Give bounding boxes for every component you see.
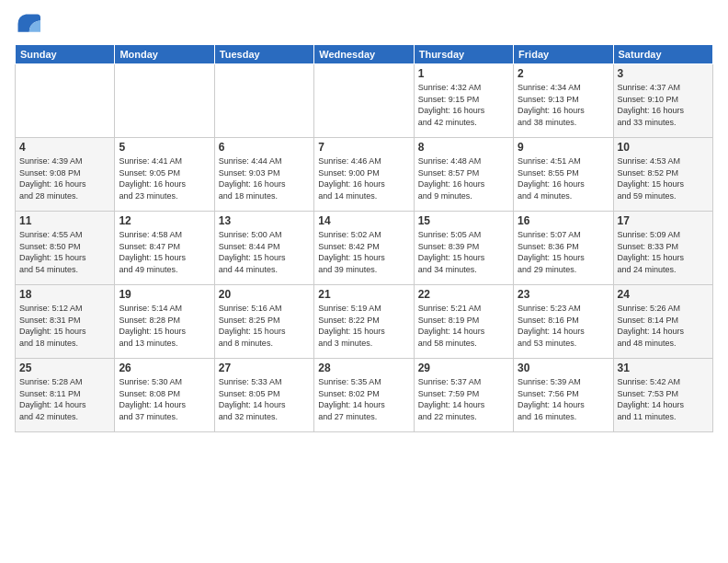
day-info: Sunrise: 5:21 AM Sunset: 8:19 PM Dayligh… — [418, 303, 509, 349]
calendar-cell: 1Sunrise: 4:32 AM Sunset: 9:15 PM Daylig… — [414, 64, 513, 138]
calendar-week-5: 25Sunrise: 5:28 AM Sunset: 8:11 PM Dayli… — [16, 359, 713, 432]
day-number: 20 — [219, 288, 310, 301]
calendar-cell: 26Sunrise: 5:30 AM Sunset: 8:08 PM Dayli… — [115, 359, 214, 432]
day-info: Sunrise: 5:12 AM Sunset: 8:31 PM Dayligh… — [19, 303, 110, 349]
day-number: 29 — [418, 362, 509, 374]
calendar-cell: 15Sunrise: 5:05 AM Sunset: 8:39 PM Dayli… — [414, 212, 513, 285]
day-number: 19 — [119, 288, 210, 301]
calendar-cell: 9Sunrise: 4:51 AM Sunset: 8:55 PM Daylig… — [514, 138, 613, 212]
day-number: 4 — [19, 141, 110, 154]
day-number: 3 — [618, 67, 709, 80]
calendar-cell: 17Sunrise: 5:09 AM Sunset: 8:33 PM Dayli… — [613, 212, 712, 285]
day-info: Sunrise: 4:32 AM Sunset: 9:15 PM Dayligh… — [418, 82, 509, 128]
calendar-cell: 7Sunrise: 4:46 AM Sunset: 9:00 PM Daylig… — [314, 138, 414, 212]
page: SundayMondayTuesdayWednesdayThursdayFrid… — [0, 0, 728, 563]
day-number: 6 — [219, 141, 310, 154]
calendar-cell: 24Sunrise: 5:26 AM Sunset: 8:14 PM Dayli… — [613, 285, 712, 359]
day-number: 15 — [418, 214, 509, 227]
day-info: Sunrise: 4:55 AM Sunset: 8:50 PM Dayligh… — [19, 229, 110, 275]
day-number: 1 — [418, 67, 509, 80]
calendar-cell: 21Sunrise: 5:19 AM Sunset: 8:22 PM Dayli… — [314, 285, 414, 359]
calendar-cell: 20Sunrise: 5:16 AM Sunset: 8:25 PM Dayli… — [214, 285, 313, 359]
calendar-cell: 30Sunrise: 5:39 AM Sunset: 7:56 PM Dayli… — [514, 359, 613, 432]
day-number: 17 — [618, 214, 709, 227]
day-info: Sunrise: 4:48 AM Sunset: 8:57 PM Dayligh… — [418, 155, 509, 201]
day-number: 16 — [518, 214, 609, 227]
day-number: 28 — [318, 362, 409, 374]
calendar-header-saturday: Saturday — [613, 45, 712, 64]
calendar-week-2: 4Sunrise: 4:39 AM Sunset: 9:08 PM Daylig… — [16, 138, 713, 212]
day-number: 24 — [618, 288, 709, 301]
day-info: Sunrise: 4:34 AM Sunset: 9:13 PM Dayligh… — [518, 82, 609, 128]
day-info: Sunrise: 5:19 AM Sunset: 8:22 PM Dayligh… — [318, 303, 409, 349]
day-number: 31 — [618, 362, 709, 374]
calendar-week-3: 11Sunrise: 4:55 AM Sunset: 8:50 PM Dayli… — [16, 212, 713, 285]
header — [15, 11, 713, 37]
day-number: 25 — [19, 362, 110, 374]
calendar-cell: 3Sunrise: 4:37 AM Sunset: 9:10 PM Daylig… — [613, 64, 712, 138]
day-number: 27 — [219, 362, 310, 374]
day-number: 12 — [119, 214, 210, 227]
day-number: 7 — [318, 141, 409, 154]
calendar-cell: 8Sunrise: 4:48 AM Sunset: 8:57 PM Daylig… — [414, 138, 513, 212]
calendar-cell: 19Sunrise: 5:14 AM Sunset: 8:28 PM Dayli… — [115, 285, 214, 359]
day-number: 2 — [518, 67, 609, 80]
calendar-cell: 5Sunrise: 4:41 AM Sunset: 9:05 PM Daylig… — [115, 138, 214, 212]
calendar-cell: 25Sunrise: 5:28 AM Sunset: 8:11 PM Dayli… — [16, 359, 115, 432]
calendar-cell: 23Sunrise: 5:23 AM Sunset: 8:16 PM Dayli… — [514, 285, 613, 359]
calendar-header-thursday: Thursday — [414, 45, 513, 64]
day-info: Sunrise: 4:51 AM Sunset: 8:55 PM Dayligh… — [518, 155, 609, 201]
calendar-cell: 6Sunrise: 4:44 AM Sunset: 9:03 PM Daylig… — [214, 138, 313, 212]
day-info: Sunrise: 5:00 AM Sunset: 8:44 PM Dayligh… — [219, 229, 310, 275]
day-number: 26 — [119, 362, 210, 374]
day-number: 23 — [518, 288, 609, 301]
calendar-header-monday: Monday — [115, 45, 214, 64]
day-number: 14 — [318, 214, 409, 227]
calendar-header-sunday: Sunday — [16, 45, 115, 64]
calendar-cell — [214, 64, 313, 138]
day-number: 18 — [19, 288, 110, 301]
calendar-cell: 28Sunrise: 5:35 AM Sunset: 8:02 PM Dayli… — [314, 359, 414, 432]
day-info: Sunrise: 5:33 AM Sunset: 8:05 PM Dayligh… — [219, 376, 310, 422]
calendar-cell — [16, 64, 115, 138]
calendar-cell: 11Sunrise: 4:55 AM Sunset: 8:50 PM Dayli… — [16, 212, 115, 285]
calendar-cell: 2Sunrise: 4:34 AM Sunset: 9:13 PM Daylig… — [514, 64, 613, 138]
day-info: Sunrise: 5:42 AM Sunset: 7:53 PM Dayligh… — [618, 376, 709, 422]
day-info: Sunrise: 5:35 AM Sunset: 8:02 PM Dayligh… — [318, 376, 409, 422]
day-info: Sunrise: 5:16 AM Sunset: 8:25 PM Dayligh… — [219, 303, 310, 349]
calendar-cell: 12Sunrise: 4:58 AM Sunset: 8:47 PM Dayli… — [115, 212, 214, 285]
day-number: 8 — [418, 141, 509, 154]
calendar-cell: 16Sunrise: 5:07 AM Sunset: 8:36 PM Dayli… — [514, 212, 613, 285]
day-info: Sunrise: 5:30 AM Sunset: 8:08 PM Dayligh… — [119, 376, 210, 422]
calendar-cell — [115, 64, 214, 138]
calendar-header-tuesday: Tuesday — [214, 45, 313, 64]
day-number: 13 — [219, 214, 310, 227]
day-info: Sunrise: 5:02 AM Sunset: 8:42 PM Dayligh… — [318, 229, 409, 275]
calendar-cell: 22Sunrise: 5:21 AM Sunset: 8:19 PM Dayli… — [414, 285, 513, 359]
calendar-cell: 10Sunrise: 4:53 AM Sunset: 8:52 PM Dayli… — [613, 138, 712, 212]
day-info: Sunrise: 5:05 AM Sunset: 8:39 PM Dayligh… — [418, 229, 509, 275]
day-number: 22 — [418, 288, 509, 301]
logo-icon — [15, 11, 40, 37]
day-number: 10 — [618, 141, 709, 154]
day-number: 9 — [518, 141, 609, 154]
calendar-cell: 31Sunrise: 5:42 AM Sunset: 7:53 PM Dayli… — [613, 359, 712, 432]
day-info: Sunrise: 5:28 AM Sunset: 8:11 PM Dayligh… — [19, 376, 110, 422]
calendar-cell: 18Sunrise: 5:12 AM Sunset: 8:31 PM Dayli… — [16, 285, 115, 359]
calendar-cell: 14Sunrise: 5:02 AM Sunset: 8:42 PM Dayli… — [314, 212, 414, 285]
day-info: Sunrise: 4:58 AM Sunset: 8:47 PM Dayligh… — [119, 229, 210, 275]
day-info: Sunrise: 5:26 AM Sunset: 8:14 PM Dayligh… — [618, 303, 709, 349]
calendar-header-wednesday: Wednesday — [314, 45, 414, 64]
day-info: Sunrise: 5:07 AM Sunset: 8:36 PM Dayligh… — [518, 229, 609, 275]
day-info: Sunrise: 5:37 AM Sunset: 7:59 PM Dayligh… — [418, 376, 509, 422]
day-info: Sunrise: 4:41 AM Sunset: 9:05 PM Dayligh… — [119, 155, 210, 201]
calendar-week-1: 1Sunrise: 4:32 AM Sunset: 9:15 PM Daylig… — [16, 64, 713, 138]
day-number: 21 — [318, 288, 409, 301]
calendar-cell: 4Sunrise: 4:39 AM Sunset: 9:08 PM Daylig… — [16, 138, 115, 212]
day-info: Sunrise: 4:44 AM Sunset: 9:03 PM Dayligh… — [219, 155, 310, 201]
calendar-cell: 29Sunrise: 5:37 AM Sunset: 7:59 PM Dayli… — [414, 359, 513, 432]
calendar-cell: 27Sunrise: 5:33 AM Sunset: 8:05 PM Dayli… — [214, 359, 313, 432]
calendar-header-row: SundayMondayTuesdayWednesdayThursdayFrid… — [16, 45, 713, 64]
calendar-cell — [314, 64, 414, 138]
day-info: Sunrise: 4:37 AM Sunset: 9:10 PM Dayligh… — [618, 82, 709, 128]
